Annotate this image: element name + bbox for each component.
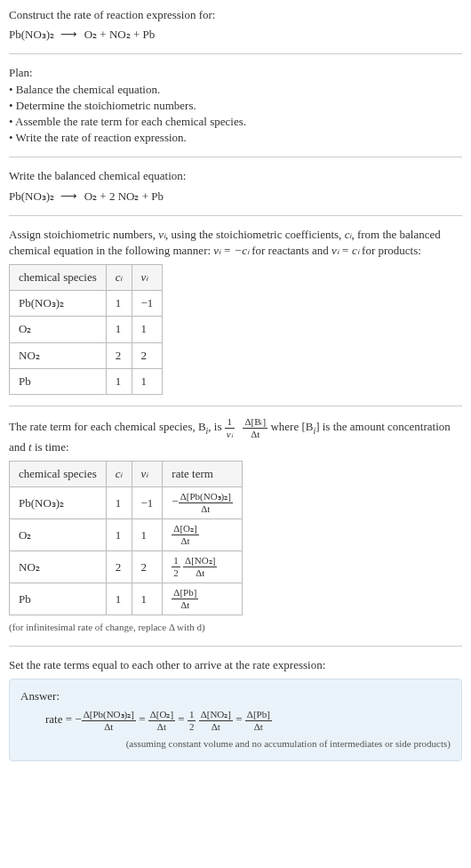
reactant: Pb(NO₃)₂ (9, 28, 54, 41)
table-row: Pb11 (10, 368, 163, 394)
plan-block: Plan: • Balance the chemical equation. •… (9, 65, 462, 146)
col-species: chemical species (10, 462, 107, 487)
final-title: Set the rate terms equal to each other t… (9, 657, 462, 673)
plan-item: • Write the rate of reaction expression. (9, 130, 462, 146)
col-nu: νᵢ (132, 265, 163, 291)
rateterm-table: chemical species cᵢ νᵢ rate term Pb(NO₃)… (9, 461, 243, 615)
products: O₂ + 2 NO₂ + Pb (84, 189, 164, 203)
table-row: Pb 1 1 Δ[Pb]Δt (10, 583, 243, 615)
col-nu: νᵢ (132, 462, 163, 487)
reactant: Pb(NO₃)₂ (9, 189, 54, 203)
divider (9, 406, 462, 406)
construct-label: Construct the rate of reaction expressio… (9, 7, 462, 23)
balanced-title: Write the balanced chemical equation: (9, 168, 462, 184)
table-row: NO₂22 (10, 342, 163, 368)
plan-title: Plan: (9, 65, 462, 81)
table-row: NO₂ 2 2 12 Δ[NO₂]Δt (10, 551, 243, 583)
reaction-arrow-icon: ⟶ (60, 189, 77, 205)
construct-block: Construct the rate of reaction expressio… (9, 7, 462, 43)
balanced-block: Write the balanced chemical equation: Pb… (9, 168, 462, 204)
plan-item: • Balance the chemical equation. (9, 82, 462, 98)
plan-item: • Assemble the rate term for each chemic… (9, 114, 462, 130)
divider (9, 215, 462, 216)
col-c: cᵢ (106, 462, 132, 487)
table-header-row: chemical species cᵢ νᵢ (10, 265, 163, 291)
table-row: O₂ 1 1 Δ[O₂]Δt (10, 519, 243, 551)
divider (9, 53, 462, 54)
rate-expression: rate = −Δ[Pb(NO₃)₂]Δt = Δ[O₂]Δt = 12 Δ[N… (20, 710, 451, 732)
unbalanced-equation: Pb(NO₃)₂ ⟶ O₂ + NO₂ + Pb (9, 27, 462, 43)
stoich-assign-block: Assign stoichiometric numbers, νᵢ, using… (9, 227, 462, 259)
products: O₂ + NO₂ + Pb (84, 28, 156, 41)
divider (9, 646, 462, 647)
table-row: Pb(NO₃)₂ 1 −1 −Δ[Pb(NO₃)₂]Δt (10, 487, 243, 519)
plan-item: • Determine the stoichiometric numbers. (9, 98, 462, 114)
col-c: cᵢ (106, 265, 132, 291)
col-species: chemical species (10, 265, 107, 291)
rateterm-def-block: The rate term for each chemical species,… (9, 417, 462, 455)
table-header-row: chemical species cᵢ νᵢ rate term (10, 462, 243, 487)
table-row: Pb(NO₃)₂1−1 (10, 291, 163, 317)
table-row: O₂11 (10, 317, 163, 342)
reaction-arrow-icon: ⟶ (60, 27, 77, 43)
fraction: 1νᵢ (225, 417, 235, 439)
answer-label: Answer: (20, 688, 451, 704)
col-rate: rate term (163, 462, 243, 487)
divider (9, 157, 462, 157)
assumption-note: (assuming constant volume and no accumul… (20, 737, 451, 751)
infinitesimal-note: (for infinitesimal rate of change, repla… (9, 621, 462, 634)
balanced-equation: Pb(NO₃)₂ ⟶ O₂ + 2 NO₂ + Pb (9, 189, 462, 205)
stoich-table: chemical species cᵢ νᵢ Pb(NO₃)₂1−1 O₂11 … (9, 264, 163, 395)
answer-box: Answer: rate = −Δ[Pb(NO₃)₂]Δt = Δ[O₂]Δt … (9, 679, 462, 761)
fraction: Δ[Bᵢ]Δt (243, 417, 267, 439)
